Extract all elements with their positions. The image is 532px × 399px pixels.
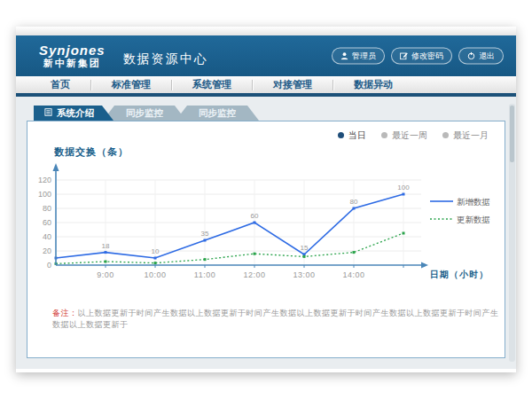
nav-item-system-mgmt[interactable]: 系统管理 (172, 74, 252, 95)
document-icon (44, 106, 52, 121)
radio-icon (381, 132, 387, 138)
svg-text:更新数据: 更新数据 (457, 215, 490, 224)
range-option-last-month[interactable]: 最近一月 (442, 129, 489, 142)
range-option-last-week[interactable]: 最近一周 (381, 129, 427, 142)
tab-bar: 系统介绍 同步监控 同步监控 (34, 106, 505, 121)
svg-text:0: 0 (47, 261, 51, 270)
nav-item-data-change[interactable]: 数据异动 (333, 74, 413, 95)
logo-company-name: 新中新集团 (39, 58, 106, 68)
app-header: Synjones 新中新集团 数据资源中心 管理员 修改密码 退出 (16, 35, 516, 76)
svg-text:15: 15 (301, 244, 309, 252)
svg-text:60: 60 (43, 218, 51, 227)
change-password-label: 修改密码 (411, 51, 443, 62)
user-icon (340, 52, 348, 60)
range-filter: 当日 最近一周 最近一月 (27, 129, 505, 142)
svg-text:18: 18 (102, 242, 110, 250)
svg-text:新增数据: 新增数据 (457, 197, 490, 207)
footer-note: 备注：以上数据更新于时间产生数据以上数据更新于时间产生数据以上数据更新于时间产生… (52, 308, 505, 331)
svg-text:13:00: 13:00 (293, 270, 315, 279)
line-chart: 1810356015801000204060801001209:0010:001… (29, 160, 508, 293)
logout-button[interactable]: 退出 (458, 48, 504, 65)
logo-brand-text: Synjones (39, 43, 106, 59)
vertical-scrollbar[interactable] (509, 104, 515, 362)
svg-text:100: 100 (38, 190, 51, 199)
svg-text:10: 10 (152, 247, 160, 255)
svg-text:14:00: 14:00 (342, 270, 364, 279)
note-label: 备注： (52, 309, 78, 317)
logout-label: 退出 (479, 51, 495, 62)
svg-text:20: 20 (43, 246, 51, 255)
nav-item-interface-mgmt[interactable]: 对接管理 (253, 74, 332, 95)
tab-label: 系统介绍 (57, 106, 94, 121)
svg-text:日期（小时）: 日期（小时） (430, 270, 489, 279)
radio-icon (442, 132, 449, 138)
company-logo: Synjones 新中新集团 (39, 43, 106, 69)
svg-text:35: 35 (201, 230, 209, 238)
content-area: 系统介绍 同步监控 同步监控 当日 最近一周 最近一月 数据交换 (16, 97, 516, 369)
nav-item-home[interactable]: 首页 (30, 74, 90, 95)
window-top-strip (16, 27, 516, 35)
current-user-label: 管理员 (352, 51, 376, 62)
svg-text:80: 80 (350, 198, 358, 206)
svg-text:11:00: 11:00 (194, 270, 215, 279)
tab-sync-monitor-1[interactable]: 同步监控 (103, 106, 186, 121)
range-option-today[interactable]: 当日 (338, 129, 366, 142)
change-password-button[interactable]: 修改密码 (391, 48, 452, 65)
tab-system-intro[interactable]: 系统介绍 (34, 106, 113, 121)
page-title: 数据资源中心 (123, 51, 208, 67)
radio-selected-icon (338, 132, 344, 138)
svg-text:100: 100 (397, 184, 410, 192)
svg-text:9:00: 9:00 (97, 270, 114, 279)
current-user-button[interactable]: 管理员 (332, 48, 385, 65)
range-option-label: 最近一月 (453, 129, 489, 142)
scrollbar-thumb[interactable] (510, 106, 514, 162)
svg-text:12:00: 12:00 (243, 270, 265, 279)
range-option-label: 最近一周 (392, 129, 427, 142)
app-window: Synjones 新中新集团 数据资源中心 管理员 修改密码 退出 (16, 27, 516, 372)
edit-icon (400, 52, 408, 60)
range-option-label: 当日 (348, 129, 366, 142)
nav-item-standard-mgmt[interactable]: 标准管理 (91, 74, 171, 95)
tab-sync-monitor-2[interactable]: 同步监控 (176, 106, 259, 121)
note-text: 以上数据更新于时间产生数据以上数据更新于时间产生数据以上数据更新于时间产生数据以… (52, 309, 499, 329)
user-menu: 管理员 修改密码 退出 (332, 48, 504, 65)
svg-text:80: 80 (43, 204, 51, 213)
chart-y-axis-title: 数据交换（条） (54, 145, 505, 159)
logout-icon (467, 52, 475, 60)
svg-text:10:00: 10:00 (144, 270, 166, 279)
svg-text:40: 40 (43, 232, 51, 241)
main-nav: 首页 标准管理 系统管理 对接管理 数据异动 (16, 76, 516, 97)
chart-panel: 当日 最近一周 最近一月 数据交换（条） 1810356015801000204… (27, 121, 505, 358)
svg-text:120: 120 (38, 176, 51, 184)
svg-text:60: 60 (251, 212, 259, 220)
